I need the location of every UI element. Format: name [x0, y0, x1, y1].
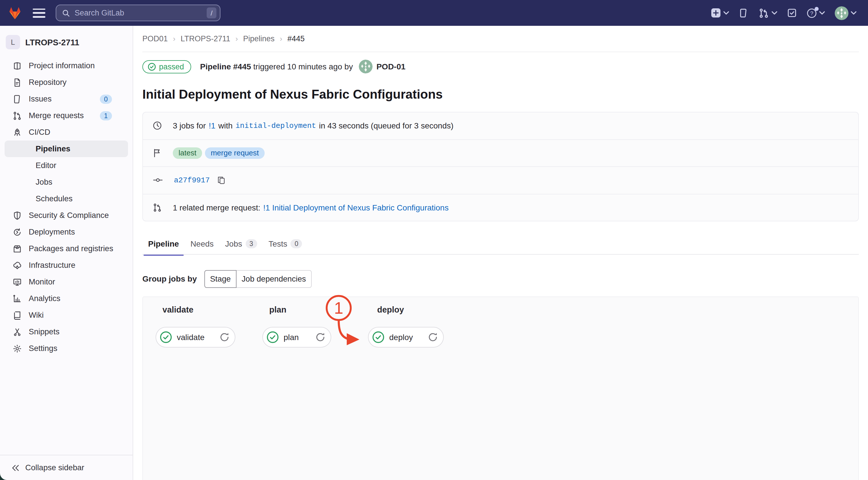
group-by-dependencies-button[interactable]: Job dependencies: [236, 270, 312, 287]
chevron-down-icon: [723, 11, 729, 15]
sidebar-item-merge-requests[interactable]: Merge requests 1: [0, 107, 133, 124]
issues-count-badge: 0: [100, 94, 112, 104]
merge-request-icon: [758, 8, 769, 18]
retry-job-icon[interactable]: [427, 332, 439, 343]
svg-text:?: ?: [810, 10, 813, 16]
new-menu-button[interactable]: [708, 8, 732, 18]
gear-icon: [12, 344, 22, 353]
cloud-gear-icon: [12, 261, 22, 270]
sidebar-item-infrastructure[interactable]: Infrastructure: [0, 257, 133, 274]
chevron-down-icon: [772, 11, 777, 15]
tag-merge-request[interactable]: merge request: [205, 147, 265, 159]
issues-icon: [739, 8, 749, 18]
sidebar-item-analytics[interactable]: Analytics: [0, 290, 133, 307]
breadcrumb-separator: ›: [236, 34, 238, 43]
copy-commit-icon[interactable]: [217, 176, 226, 185]
issues-button[interactable]: [737, 8, 751, 18]
tab-pipeline[interactable]: Pipeline: [143, 237, 185, 255]
job-deploy[interactable]: deploy: [368, 327, 444, 347]
deploy-cycle-icon: [12, 228, 22, 237]
breadcrumb-separator: ›: [173, 34, 176, 43]
jobs-count-badge: 3: [245, 239, 257, 248]
summary-tags-row: latest merge request: [143, 140, 858, 167]
check-circle-icon: [148, 62, 156, 71]
stage-name: plan: [269, 305, 286, 314]
commit-icon: [153, 176, 163, 185]
gitlab-logo-icon[interactable]: [7, 6, 22, 20]
job-plan[interactable]: plan: [262, 327, 331, 347]
commit-sha-link[interactable]: a27f9917: [174, 176, 210, 185]
issues-icon: [12, 94, 22, 104]
main-content: POD01 › LTROPS-2711 › Pipelines › #445 p…: [133, 26, 868, 480]
sidebar-item-security-compliance[interactable]: Security & Compliance: [0, 207, 133, 224]
pipeline-trigger-text: Pipeline #445 triggered 10 minutes ago b…: [200, 62, 353, 71]
sidebar-item-editor[interactable]: Editor: [0, 157, 133, 174]
merge-request-icon: [153, 203, 162, 212]
rocket-icon: [12, 128, 22, 137]
triggerer-name[interactable]: POD-01: [376, 62, 405, 71]
project-avatar: L: [6, 35, 20, 49]
window-corner-artifact: [0, 472, 8, 480]
todo-list-button[interactable]: [785, 8, 799, 18]
retry-job-icon[interactable]: [219, 332, 230, 343]
sidebar-item-packages-registries[interactable]: Packages and registries: [0, 240, 133, 257]
notification-dot: [815, 7, 818, 11]
search-input[interactable]: Search GitLab /: [56, 5, 220, 21]
sidebar-item-wiki[interactable]: Wiki: [0, 307, 133, 323]
pipeline-status-row: passed Pipeline #445 triggered 10 minute…: [143, 58, 406, 75]
tabs-divider: [143, 254, 859, 254]
merge-requests-button[interactable]: [756, 8, 780, 18]
sidebar-item-schedules[interactable]: Schedules: [0, 191, 133, 207]
sidebar-item-cicd[interactable]: CI/CD: [0, 124, 133, 140]
tab-tests[interactable]: Tests0: [262, 237, 308, 255]
breadcrumb-separator: ›: [280, 34, 282, 43]
breadcrumb-project[interactable]: LTROPS-2711: [181, 34, 230, 43]
sidebar-item-settings[interactable]: Settings: [0, 340, 133, 357]
tab-jobs[interactable]: Jobs3: [219, 237, 262, 255]
collapse-sidebar-button[interactable]: Collapse sidebar: [0, 455, 133, 480]
sidebar-item-jobs[interactable]: Jobs: [0, 174, 133, 191]
sidebar-item-monitor[interactable]: Monitor: [0, 274, 133, 290]
user-avatar: [835, 6, 848, 20]
breadcrumb: POD01 › LTROPS-2711 › Pipelines › #445: [143, 26, 859, 52]
job-success-icon: [372, 331, 384, 344]
plus-square-icon: [711, 8, 721, 18]
related-mr-link[interactable]: !1 Initial Deployment of Nexus Fabric Co…: [263, 203, 448, 212]
user-menu-button[interactable]: [832, 6, 859, 20]
group-by-stage-button[interactable]: Stage: [205, 270, 237, 287]
help-button[interactable]: ?: [804, 8, 827, 18]
status-badge[interactable]: passed: [143, 60, 191, 73]
job-validate[interactable]: validate: [156, 327, 236, 347]
breadcrumb-pipelines[interactable]: Pipelines: [243, 34, 275, 43]
mr-count-badge: 1: [100, 111, 112, 120]
retry-job-icon[interactable]: [315, 332, 326, 343]
sidebar-item-issues[interactable]: Issues 0: [0, 91, 133, 107]
shield-icon: [12, 211, 22, 220]
summary-commit-row: a27f9917: [143, 167, 858, 194]
sidebar-item-repository[interactable]: Repository: [0, 74, 133, 91]
chart-icon: [12, 294, 22, 303]
branch-link[interactable]: initial-deployment: [236, 122, 316, 130]
sidebar-item-deployments[interactable]: Deployments: [0, 224, 133, 240]
flag-icon: [153, 148, 162, 158]
scissors-icon: [12, 327, 22, 336]
merge-request-icon: [12, 111, 22, 120]
breadcrumb-group[interactable]: POD01: [143, 34, 168, 43]
gitlab-pipeline-page: Search GitLab /: [0, 0, 868, 480]
tag-latest[interactable]: latest: [173, 147, 202, 159]
group-jobs-label: Group jobs by: [143, 274, 197, 283]
pipeline-graph-panel: validate validate plan: [143, 297, 859, 480]
hamburger-menu-icon[interactable]: [33, 8, 45, 18]
sidebar-item-snippets[interactable]: Snippets: [0, 323, 133, 340]
project-name: LTROPS-2711: [25, 38, 79, 47]
tab-needs[interactable]: Needs: [185, 237, 219, 255]
top-navbar: Search GitLab /: [0, 0, 868, 26]
project-header[interactable]: L LTROPS-2711: [0, 26, 133, 57]
double-chevron-left-icon: [11, 464, 20, 471]
sidebar-item-project-information[interactable]: Project information: [0, 57, 133, 74]
page-title: Initial Deployment of Nexus Fabric Confi…: [143, 87, 443, 102]
sidebar-item-pipelines[interactable]: Pipelines: [5, 140, 128, 157]
triggerer-avatar[interactable]: [359, 60, 372, 73]
mr-ref-link[interactable]: !1: [209, 121, 215, 131]
wiki-book-icon: [12, 311, 22, 320]
